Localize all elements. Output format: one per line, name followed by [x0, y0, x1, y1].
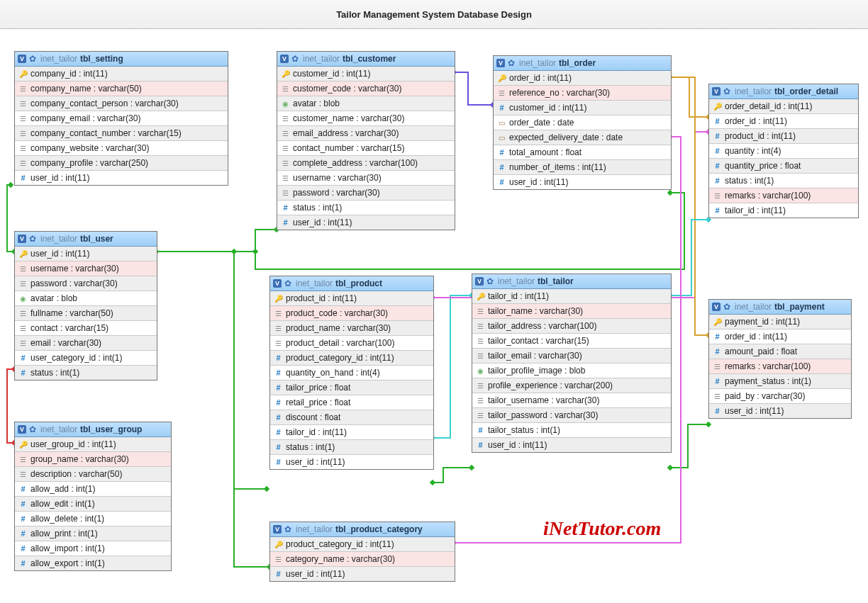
table-user_group[interactable]: V✿inet_tailortbl_user_group🔑user_group_i… — [14, 422, 172, 571]
view-icon[interactable]: V — [496, 59, 505, 67]
table-header[interactable]: V✿inet_tailortbl_product — [270, 276, 433, 291]
table-setting[interactable]: V✿inet_tailortbl_setting🔑company_id : in… — [14, 51, 228, 186]
table-column[interactable]: #quantity_on_hand : int(4) — [270, 366, 433, 381]
table-header[interactable]: V✿inet_tailortbl_product_category — [270, 522, 455, 537]
table-column[interactable]: ☰company_email : varchar(30) — [15, 111, 228, 126]
table-column[interactable]: #allow_export : int(1) — [15, 556, 171, 570]
table-column[interactable]: #total_amount : float — [494, 145, 671, 160]
gear-icon[interactable]: ✿ — [29, 234, 36, 244]
table-column[interactable]: ☰username : varchar(30) — [277, 171, 455, 186]
table-column[interactable]: ☰tailor_name : varchar(30) — [472, 304, 671, 319]
table-column[interactable]: ☰contact : varchar(15) — [15, 321, 157, 336]
table-column[interactable]: ☰profile_experience : varchar(200) — [472, 378, 671, 393]
table-column[interactable]: 🔑product_id : int(11) — [270, 291, 433, 306]
table-column[interactable]: ☰complete_address : varchar(100) — [277, 156, 455, 171]
table-column[interactable]: 🔑product_category_id : int(11) — [270, 537, 455, 552]
table-column[interactable]: #discount : float — [270, 410, 433, 425]
table-column[interactable]: #quantity : int(4) — [709, 144, 858, 159]
table-payment[interactable]: V✿inet_tailortbl_payment🔑payment_id : in… — [708, 299, 852, 419]
table-column[interactable]: 🔑user_id : int(11) — [15, 247, 157, 261]
table-column[interactable]: ☰fullname : varchar(50) — [15, 306, 157, 321]
gear-icon[interactable]: ✿ — [508, 58, 515, 68]
table-column[interactable]: ☰customer_code : varchar(30) — [277, 81, 455, 96]
table-column[interactable]: #user_category_id : int(1) — [15, 351, 157, 366]
table-column[interactable]: #allow_add : int(1) — [15, 482, 171, 497]
table-column[interactable]: 🔑order_id : int(11) — [494, 71, 671, 86]
table-column[interactable]: #retail_price : float — [270, 395, 433, 410]
table-column[interactable]: ◉tailor_profile_image : blob — [472, 364, 671, 378]
table-column[interactable]: ☰tailor_address : varchar(100) — [472, 319, 671, 334]
table-column[interactable]: ☰remarks : varchar(100) — [709, 359, 851, 374]
table-customer[interactable]: V✿inet_tailortbl_customer🔑customer_id : … — [277, 51, 455, 230]
table-column[interactable]: #tailor_id : int(11) — [270, 425, 433, 440]
table-header[interactable]: V✿inet_tailortbl_customer — [277, 52, 455, 67]
table-column[interactable]: 🔑payment_id : int(11) — [709, 315, 851, 329]
table-column[interactable]: ☰password : varchar(30) — [15, 276, 157, 291]
table-header[interactable]: V✿inet_tailortbl_tailor — [472, 274, 671, 289]
table-header[interactable]: V✿inet_tailortbl_order_detail — [709, 84, 858, 99]
gear-icon[interactable]: ✿ — [284, 278, 291, 288]
table-header[interactable]: V✿inet_tailortbl_order — [494, 56, 671, 71]
gear-icon[interactable]: ✿ — [29, 424, 36, 434]
table-tailor[interactable]: V✿inet_tailortbl_tailor🔑tailor_id : int(… — [472, 274, 672, 453]
table-column[interactable]: #user_id : int(11) — [472, 438, 671, 452]
table-column[interactable]: #allow_delete : int(1) — [15, 512, 171, 526]
gear-icon[interactable]: ✿ — [723, 302, 730, 312]
table-column[interactable]: ☰company_contact_person : varchar(30) — [15, 96, 228, 111]
table-column[interactable]: ☰company_website : varchar(30) — [15, 141, 228, 156]
table-column[interactable]: ☰contact_number : varchar(15) — [277, 141, 455, 156]
gear-icon[interactable]: ✿ — [291, 54, 299, 64]
view-icon[interactable]: V — [18, 235, 26, 243]
table-column[interactable]: ▭expected_delivery_date : date — [494, 130, 671, 145]
view-icon[interactable]: V — [712, 87, 720, 96]
table-column[interactable]: ☰group_name : varchar(30) — [15, 452, 171, 467]
table-column[interactable]: #user_id : int(11) — [270, 567, 455, 581]
table-column[interactable]: ◉avatar : blob — [15, 291, 157, 306]
table-column[interactable]: ☰company_profile : varchar(250) — [15, 156, 228, 171]
table-column[interactable]: #user_id : int(11) — [494, 175, 671, 189]
table-column[interactable]: ☰company_name : varchar(50) — [15, 81, 228, 96]
gear-icon[interactable]: ✿ — [284, 524, 291, 534]
table-column[interactable]: #number_of_items : int(11) — [494, 160, 671, 175]
table-column[interactable]: #status : int(1) — [15, 366, 157, 380]
table-column[interactable]: #user_id : int(11) — [709, 404, 851, 418]
table-column[interactable]: #product_id : int(11) — [709, 129, 858, 144]
table-header[interactable]: V✿inet_tailortbl_user — [15, 232, 157, 247]
table-column[interactable]: #user_id : int(11) — [15, 171, 228, 185]
table-column[interactable]: #tailor_price : float — [270, 381, 433, 395]
table-column[interactable]: 🔑customer_id : int(11) — [277, 67, 455, 81]
table-order_detail[interactable]: V✿inet_tailortbl_order_detail🔑order_deta… — [708, 84, 859, 218]
table-column[interactable]: #order_id : int(11) — [709, 329, 851, 344]
table-product_category[interactable]: V✿inet_tailortbl_product_category🔑produc… — [269, 522, 455, 582]
gear-icon[interactable]: ✿ — [486, 276, 494, 286]
table-column[interactable]: #tailor_id : int(11) — [709, 203, 858, 218]
table-column[interactable]: #status : int(1) — [277, 201, 455, 215]
gear-icon[interactable]: ✿ — [723, 86, 730, 96]
table-column[interactable]: #status : int(1) — [709, 174, 858, 188]
table-column[interactable]: ☰tailor_email : varchar(30) — [472, 349, 671, 364]
table-header[interactable]: V✿inet_tailortbl_setting — [15, 52, 228, 67]
table-column[interactable]: ☰product_detail : varchar(100) — [270, 336, 433, 351]
view-icon[interactable]: V — [280, 55, 289, 63]
table-column[interactable]: ▭order_date : date — [494, 115, 671, 130]
table-order[interactable]: V✿inet_tailortbl_order🔑order_id : int(11… — [493, 55, 672, 190]
table-column[interactable]: #allow_edit : int(1) — [15, 497, 171, 512]
view-icon[interactable]: V — [18, 425, 26, 434]
view-icon[interactable]: V — [712, 303, 720, 311]
table-column[interactable]: ☰remarks : varchar(100) — [709, 188, 858, 203]
table-column[interactable]: #amount_paid : float — [709, 344, 851, 359]
table-header[interactable]: V✿inet_tailortbl_payment — [709, 300, 851, 315]
table-column[interactable]: #order_id : int(11) — [709, 114, 858, 129]
table-column[interactable]: #quantity_price : float — [709, 159, 858, 174]
table-column[interactable]: ☰tailor_contact : varchar(15) — [472, 334, 671, 349]
table-column[interactable]: ☰company_contact_number : varchar(15) — [15, 126, 228, 141]
table-column[interactable]: ☰email_address : varchar(30) — [277, 126, 455, 141]
table-column[interactable]: #status : int(1) — [270, 440, 433, 455]
table-column[interactable]: 🔑user_group_id : int(11) — [15, 437, 171, 452]
table-column[interactable]: 🔑company_id : int(11) — [15, 67, 228, 81]
table-column[interactable]: ☰tailor_username : varchar(30) — [472, 393, 671, 408]
table-column[interactable]: #customer_id : int(11) — [494, 101, 671, 115]
table-column[interactable]: ☰paid_by : varchar(30) — [709, 389, 851, 404]
gear-icon[interactable]: ✿ — [29, 54, 36, 64]
view-icon[interactable]: V — [18, 55, 26, 63]
